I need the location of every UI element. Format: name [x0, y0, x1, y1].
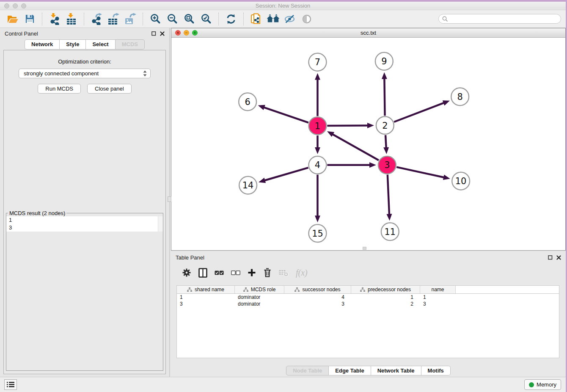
table-row[interactable]: 3dominator323 — [177, 301, 559, 307]
graph-edge-1-6[interactable] — [264, 107, 308, 122]
float-panel-icon[interactable] — [548, 255, 553, 260]
export-image-button[interactable] — [122, 12, 139, 26]
close-panel-icon[interactable] — [556, 255, 561, 260]
column-header-mcds-role[interactable]: MCDS role — [235, 286, 284, 293]
column-header-predecessor-nodes[interactable]: predecessor nodes — [351, 286, 420, 293]
result-scrollbar[interactable] — [158, 216, 163, 232]
mcds-result-list[interactable]: 13 — [6, 216, 163, 232]
graph-edge-2-9[interactable] — [384, 78, 385, 116]
column-header-label: shared name — [195, 287, 224, 293]
graph-edge-2-3[interactable] — [385, 135, 386, 148]
control-panel-tabs: NetworkStyleSelectMCDS — [0, 39, 169, 50]
tab-edge-table[interactable]: Edge Table — [329, 366, 371, 375]
graph-edge-3-10[interactable] — [396, 167, 444, 178]
graph-edge-3-1[interactable] — [332, 134, 379, 160]
first-neighbors-button[interactable] — [264, 12, 281, 26]
table-panel: Table Panel — [171, 252, 566, 377]
memory-button[interactable]: Memory — [524, 379, 561, 390]
table-cell[interactable]: 1 — [420, 294, 456, 301]
close-panel-icon[interactable] — [160, 31, 165, 36]
table-cell[interactable]: 2 — [351, 301, 420, 307]
delete-column-button[interactable] — [263, 268, 272, 278]
graph-node-label: 15 — [312, 229, 323, 239]
network-window-title: scc.txt — [171, 30, 565, 36]
tab-style[interactable]: Style — [60, 39, 86, 50]
graph-edge-arrowhead — [383, 147, 389, 154]
save-icon — [25, 14, 35, 24]
export-table-button[interactable] — [105, 12, 122, 26]
network-window-titlebar[interactable]: × − + scc.txt — [171, 28, 565, 38]
graphics-details-button[interactable] — [298, 12, 315, 26]
zoom-selected-button[interactable] — [198, 12, 215, 26]
search-input[interactable] — [438, 14, 561, 24]
gear-icon — [182, 268, 191, 277]
trash-icon — [263, 268, 272, 278]
graph-edge-arrowhead — [369, 162, 376, 168]
column-header-shared-name[interactable]: shared name — [177, 286, 235, 293]
graph-edge-3-11[interactable] — [388, 175, 389, 215]
select-all-columns-button[interactable] — [215, 271, 224, 275]
tab-network-table[interactable]: Network Table — [371, 366, 421, 375]
canvas-scroll-nub[interactable] — [363, 247, 366, 250]
graph-edge-arrowhead — [258, 105, 265, 110]
refresh-button[interactable] — [223, 12, 239, 26]
float-panel-icon[interactable] — [151, 31, 156, 36]
delete-table-button[interactable] — [279, 268, 289, 277]
zoom-out-button[interactable] — [164, 12, 181, 26]
table-header-row: shared nameMCDS rolesuccessor nodesprede… — [177, 286, 559, 294]
mcds-result-title: MCDS result (2 nodes) — [8, 210, 66, 216]
tree-icon — [295, 287, 300, 292]
table-cell[interactable]: 1 — [351, 294, 420, 301]
function-builder-button[interactable]: f(x) — [296, 268, 308, 278]
table-panel-tabs: Node TableEdge TableNetwork TableMotifs — [171, 366, 566, 375]
table-cell[interactable]: 3 — [177, 301, 235, 307]
run-mcds-button[interactable]: Run MCDS — [38, 84, 81, 94]
table-cell[interactable]: dominator — [235, 294, 284, 301]
tab-select[interactable]: Select — [86, 39, 115, 50]
hide-selected-button[interactable] — [281, 12, 298, 26]
memory-status-dot — [529, 382, 534, 387]
graph-edge-1-2[interactable] — [327, 125, 368, 126]
show-columns-button[interactable] — [198, 268, 207, 278]
double-home-icon — [267, 14, 280, 24]
unchecked-boxes-icon — [231, 271, 240, 275]
create-column-button[interactable] — [248, 268, 256, 277]
table-settings-button[interactable] — [182, 268, 191, 277]
tree-icon — [360, 287, 365, 292]
open-session-button[interactable] — [4, 12, 21, 26]
column-header-successor-nodes[interactable]: successor nodes — [284, 286, 351, 293]
zoom-fit-button[interactable] — [181, 12, 198, 26]
table-row[interactable]: 1dominator411 — [177, 294, 559, 301]
status-bar: Memory — [0, 377, 566, 392]
optimization-criterion-select[interactable]: strongly connected component — [19, 69, 151, 78]
tab-network[interactable]: Network — [25, 39, 60, 50]
tab-motifs[interactable]: Motifs — [421, 366, 451, 375]
tab-node-table[interactable]: Node Table — [286, 366, 329, 375]
save-session-button[interactable] — [21, 12, 38, 26]
unselect-all-columns-button[interactable] — [231, 271, 240, 275]
column-header-name[interactable]: name — [420, 286, 456, 293]
close-panel-button[interactable]: Close panel — [87, 84, 132, 94]
table-panel-title: Table Panel — [176, 254, 204, 261]
panel-divider-grip[interactable] — [168, 196, 171, 202]
import-network-button[interactable] — [46, 12, 63, 26]
graph-node-label: 4 — [315, 160, 320, 170]
table-cell[interactable]: 4 — [284, 294, 351, 301]
network-graph: 1234678910111415 — [171, 38, 565, 250]
clone-network-button[interactable] — [248, 12, 264, 26]
node-table: shared nameMCDS rolesuccessor nodesprede… — [176, 285, 559, 358]
graph-edge-2-8[interactable] — [394, 103, 444, 122]
toolbar-separator — [42, 13, 42, 25]
import-table-button[interactable] — [63, 12, 80, 26]
table-cell[interactable]: dominator — [235, 301, 284, 307]
graph-edge-4-14[interactable] — [264, 168, 308, 180]
task-history-button[interactable] — [4, 379, 17, 390]
network-canvas[interactable]: 1234678910111415 — [171, 38, 565, 250]
table-cell[interactable]: 1 — [177, 294, 235, 301]
table-cell[interactable]: 3 — [284, 301, 351, 307]
table-cell[interactable]: 3 — [420, 301, 456, 307]
export-network-button[interactable] — [88, 12, 105, 26]
tab-mcds[interactable]: MCDS — [116, 39, 145, 50]
zoom-in-button[interactable] — [147, 12, 164, 26]
control-panel: Control Panel NetworkStyleSelectMCDS Opt… — [0, 28, 170, 377]
